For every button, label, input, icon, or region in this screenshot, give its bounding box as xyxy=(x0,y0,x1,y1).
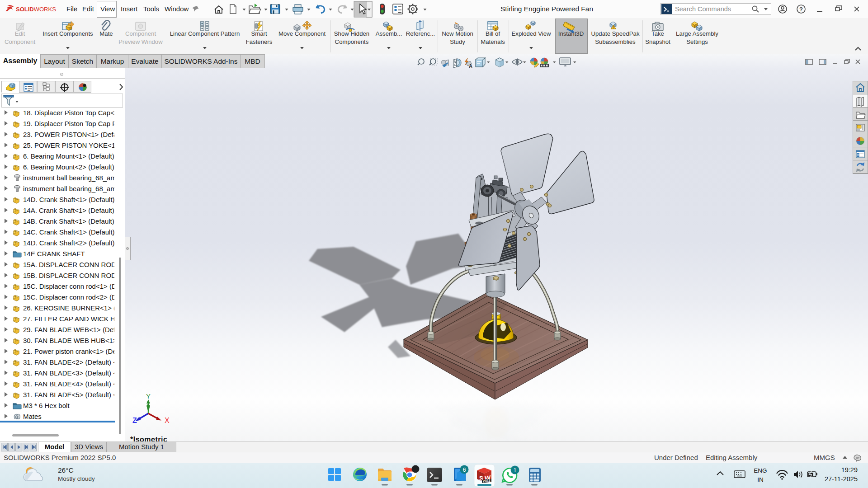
svg-text:Y: Y xyxy=(146,392,151,400)
svg-text:?: ? xyxy=(799,6,803,13)
svg-text:A: A xyxy=(469,63,472,69)
svg-text:2022: 2022 xyxy=(483,479,491,483)
svg-text:SOLIDWORKS: SOLIDWORKS xyxy=(16,6,56,13)
svg-text:1: 1 xyxy=(513,467,516,474)
svg-text:Z: Z xyxy=(132,417,137,424)
svg-text:X: X xyxy=(165,417,170,424)
svg-text:6: 6 xyxy=(462,466,466,473)
svg-text:!: ! xyxy=(613,26,613,29)
